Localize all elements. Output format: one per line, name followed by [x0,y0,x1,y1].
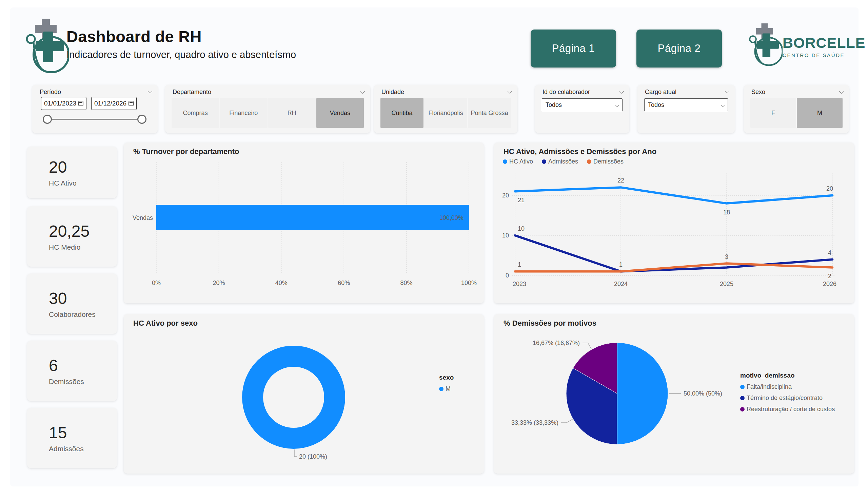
page-subtitle: Indicadores de turnover, quadro ativo e … [66,49,296,61]
departamento-option-compras[interactable]: Compras [172,98,219,128]
legend-item[interactable]: Admissões [542,158,578,165]
svg-text:2023: 2023 [513,280,526,287]
borcelle-logo-icon [749,19,783,73]
legend-dot-icon [740,407,745,411]
svg-text:0: 0 [506,272,509,279]
departamento-option-vendas[interactable]: Vendas [316,98,364,128]
svg-text:Vendas: Vendas [133,214,153,221]
chevron-down-icon[interactable] [725,89,729,94]
svg-text:20 (100%): 20 (100%) [299,453,327,460]
borcelle-brand: BORCELLE CENTRO DE SAÚDE [749,19,866,73]
legend-title: motivo_demissao [740,372,835,379]
kpi-label: HC Medio [49,243,117,251]
calendar-icon[interactable] [78,101,83,106]
legend-label: Falta/indisciplina [747,383,792,391]
date-slider-handle-start[interactable] [43,115,52,124]
health-cross-logo-icon [25,17,69,79]
sexo-donut-chart-card: HC Ativo por sexo sexo M 20 (100%) [124,314,484,474]
pie-legend: motivo_demissao Falta/indisciplina Térmi… [740,372,835,413]
legend-item[interactable]: Término de estágio/contrato [740,394,835,402]
legend-item[interactable]: M [439,385,454,393]
filter-unidade-label: Unidade [382,89,404,96]
chevron-down-icon[interactable] [839,89,844,94]
sexo-option-f[interactable]: F [750,98,796,128]
svg-text:2026: 2026 [823,280,837,287]
filter-sexo: Sexo F M [744,85,849,133]
svg-text:16,67% (16,67%): 16,67% (16,67%) [533,340,580,346]
chevron-down-icon[interactable] [148,89,152,94]
cargo-atual-dropdown[interactable]: Todos [644,99,728,111]
svg-text:2024: 2024 [614,280,628,287]
hc-line-chart[interactable]: 010202023202420252026212218201014132 [494,143,854,303]
sexo-option-m[interactable]: M [797,98,843,128]
pagina-1-button[interactable]: Página 1 [531,29,616,67]
chevron-down-icon[interactable] [619,89,624,94]
chevron-down-icon[interactable] [508,89,512,94]
svg-text:1: 1 [518,261,521,268]
filter-periodo: Período 01/01/2023 01/12/2026 [32,85,158,133]
chart-title: % Demissões por motivos [504,319,597,328]
kpi-value: 20,25 [49,222,117,240]
donut-legend: sexo M [439,374,454,393]
legend-dot-icon [542,159,546,164]
legend-item[interactable]: Reestruturação / corte de custos [740,406,835,413]
demissoes-pie-chart-card: % Demissões por motivos motivo_demissao … [494,314,854,474]
filter-id-colaborador: Id do colaborador Todos [535,85,629,133]
kpi-hc-medio: 20,25 HC Medio [27,206,117,267]
chevron-down-icon[interactable] [360,89,365,94]
filter-departamento-label: Departamento [173,89,211,96]
date-end-input[interactable]: 01/12/2026 [91,97,137,110]
legend-dot-icon [740,396,745,400]
svg-text:3: 3 [725,253,728,260]
line-chart-legend: HC Ativo Admissões Demissões [503,158,624,165]
kpi-value: 6 [49,356,117,375]
date-slider-handle-end[interactable] [137,115,146,124]
svg-text:20: 20 [502,192,509,199]
legend-item[interactable]: HC Ativo [503,158,533,165]
chevron-down-icon [721,103,725,107]
legend-item[interactable]: Demissões [587,158,624,165]
svg-text:18: 18 [723,209,730,216]
legend-title: sexo [439,374,454,381]
svg-text:21: 21 [518,197,524,204]
departamento-option-financeiro[interactable]: Financeiro [220,98,267,128]
svg-text:22: 22 [617,177,624,184]
svg-text:100%: 100% [461,279,477,286]
svg-text:1: 1 [619,261,623,268]
brand-name: BORCELLE [783,35,866,51]
legend-label: Término de estágio/contrato [747,394,823,402]
chevron-down-icon [615,103,619,107]
legend-label: HC Ativo [509,158,533,165]
date-start-input[interactable]: 01/01/2023 [41,97,86,110]
id-colaborador-value: Todos [546,102,562,108]
kpi-label: HC Ativo [49,179,117,187]
unidade-option-ponta-grossa[interactable]: Ponta Grossa [468,98,511,128]
svg-text:80%: 80% [400,279,413,286]
svg-text:100,00%: 100,00% [439,214,464,221]
date-slider-track[interactable] [47,119,142,120]
kpi-demissoes: 6 Demissões [27,341,117,401]
departamento-option-rh[interactable]: RH [268,98,316,128]
kpi-label: Demissões [49,378,117,386]
legend-label: Admissões [548,158,578,165]
svg-text:2: 2 [828,273,831,279]
unidade-option-curitiba[interactable]: Curitiba [380,98,424,128]
svg-text:20%: 20% [213,279,225,286]
pagina-2-button[interactable]: Página 2 [637,29,722,67]
svg-text:40%: 40% [275,279,288,286]
svg-text:33,33% (33,33%): 33,33% (33,33%) [511,419,558,426]
filter-cargo-label: Cargo atual [645,89,677,96]
sexo-donut-chart[interactable]: 20 (100%) [124,314,484,474]
unidade-option-florianopolis[interactable]: Florianópolis [424,98,467,128]
turnover-bar-chart[interactable]: 0%20%40%60%80%100%Vendas100,00% [124,143,484,303]
svg-text:0%: 0% [152,279,161,286]
calendar-icon[interactable] [129,101,134,106]
turnover-bar-chart-card: % Turnover por departamento 0%20%40%60%8… [124,143,484,303]
legend-dot-icon [740,385,745,389]
svg-text:10: 10 [502,232,509,239]
id-colaborador-dropdown[interactable]: Todos [542,99,623,111]
date-start-value: 01/01/2023 [44,100,76,107]
legend-item[interactable]: Falta/indisciplina [740,383,835,391]
dashboard-canvas: Dashboard de RH Indicadores de turnover,… [10,8,858,486]
kpi-label: Colaboradores [49,311,117,318]
